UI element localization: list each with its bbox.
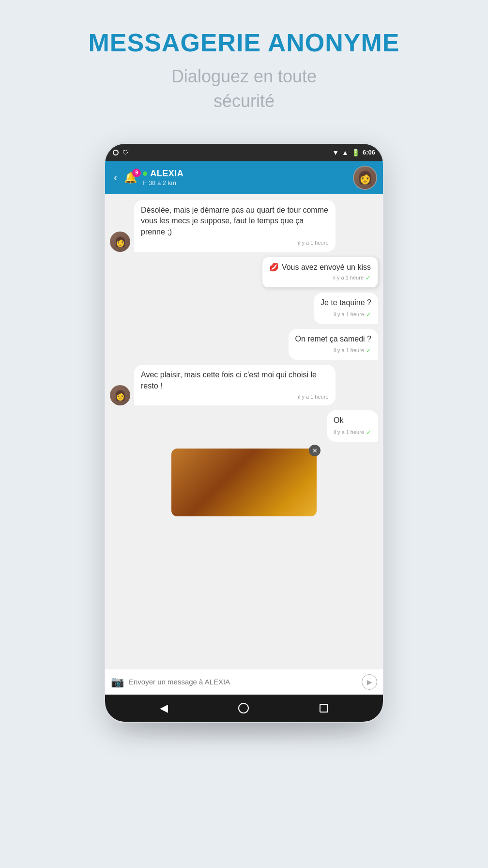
message-time: il y a 1 heure [298, 393, 329, 401]
header-username-row: ALEXIA [143, 169, 349, 179]
message-input[interactable] [129, 678, 357, 686]
message-time: il y a 1 heure [334, 311, 364, 318]
camera-button[interactable]: 📷 [111, 676, 124, 688]
kiss-row: 💋 Vous avez envoyé un kiss [269, 262, 371, 273]
msg-row: 👩 Désolée, mais je démarre pas au quart … [110, 200, 378, 252]
home-nav-button[interactable] [238, 703, 249, 713]
wifi-icon: ▼ [332, 149, 339, 156]
online-indicator [143, 171, 147, 176]
msg-row-kiss: 💋 Vous avez envoyé un kiss il y a 1 heur… [110, 257, 378, 288]
bubble-sent: Ok il y a 1 heure ✓ [327, 410, 378, 442]
message-time: il y a 1 heure [298, 239, 329, 247]
kiss-text: Vous avez envoyé un kiss [282, 262, 371, 273]
msg-row: Je te taquine ? il y a 1 heure ✓ [110, 293, 378, 324]
input-bar: 📷 ▶ [105, 669, 383, 695]
page-title: MESSAGERIE ANONYME [88, 29, 399, 57]
bubble-text: On remet ça samedi ? [295, 334, 371, 344]
chat-body: 👩 Désolée, mais je démarre pas au quart … [105, 194, 383, 669]
chat-header: ‹ 🔔 9 ALEXIA F 38 à 2 km 👩 [105, 161, 383, 194]
kiss-icon: 💋 [269, 262, 279, 273]
phone-wrapper: 🛡 ▼ ▲ 🔋 6:06 ‹ 🔔 9 ALEXIA F 38 à 2 km [104, 142, 384, 723]
check-icon: ✓ [366, 346, 371, 355]
header-username: ALEXIA [150, 169, 183, 179]
notification-badge: 9 [132, 169, 141, 177]
bubble-meta: il y a 1 heure ✓ [269, 274, 371, 282]
check-icon: ✓ [366, 310, 371, 319]
bubble-text: Ok [334, 415, 371, 426]
notification-bell-container[interactable]: 🔔 9 [124, 171, 137, 184]
bubble-meta: il y a 1 heure [141, 393, 329, 401]
bubble-meta: il y a 1 heure [141, 239, 329, 247]
message-time: il y a 1 heure [334, 429, 364, 436]
bubble-text: Avec plaisir, mais cette fois ci c'est m… [141, 370, 329, 391]
message-time: il y a 1 heure [334, 347, 364, 354]
header-avatar[interactable]: 👩 [353, 166, 377, 190]
header-user-sub: F 38 à 2 km [143, 179, 349, 186]
bubble-text: Désolée, mais je démarre pas au quart de… [141, 205, 329, 237]
status-time: 6:06 [363, 149, 375, 156]
status-icon: 🛡 [122, 149, 129, 156]
signal-icon: ▲ [342, 149, 349, 156]
status-bar: 🛡 ▼ ▲ 🔋 6:06 [105, 144, 383, 161]
img-preview-container: ✕ [171, 449, 317, 516]
status-dot [113, 150, 119, 155]
check-icon: ✓ [366, 274, 371, 282]
bubble-meta: il y a 1 heure ✓ [295, 346, 371, 355]
bubble-sent: Je te taquine ? il y a 1 heure ✓ [314, 293, 378, 324]
bubble-meta: il y a 1 heure ✓ [320, 310, 371, 319]
msg-row: On remet ça samedi ? il y a 1 heure ✓ [110, 329, 378, 360]
back-nav-button[interactable]: ◀ [160, 702, 168, 714]
bubble-received: Désolée, mais je démarre pas au quart de… [134, 200, 336, 252]
bubble-received: Avec plaisir, mais cette fois ci c'est m… [134, 365, 336, 405]
msg-row: 👩 Avec plaisir, mais cette fois ci c'est… [110, 365, 378, 405]
avatar: 👩 [110, 385, 130, 405]
back-button[interactable]: ‹ [111, 170, 120, 186]
message-time: il y a 1 heure [333, 274, 364, 281]
header-user-info: ALEXIA F 38 à 2 km [143, 169, 349, 186]
nav-bar: ◀ [105, 695, 383, 722]
img-close-button[interactable]: ✕ [309, 445, 320, 456]
phone: 🛡 ▼ ▲ 🔋 6:06 ‹ 🔔 9 ALEXIA F 38 à 2 km [104, 142, 384, 723]
battery-icon: 🔋 [351, 149, 360, 156]
bubble-meta: il y a 1 heure ✓ [334, 428, 371, 437]
avatar: 👩 [110, 232, 130, 252]
kiss-bubble: 💋 Vous avez envoyé un kiss il y a 1 heur… [262, 257, 378, 288]
page-header: MESSAGERIE ANONYME Dialoguez en toute sé… [69, 0, 419, 133]
send-button[interactable]: ▶ [362, 674, 377, 690]
bubble-text: Je te taquine ? [320, 297, 371, 308]
page-subtitle: Dialoguez en toute sécurité [88, 64, 399, 113]
check-icon: ✓ [366, 428, 371, 437]
msg-row: Ok il y a 1 heure ✓ [110, 410, 378, 442]
recents-nav-button[interactable] [320, 704, 328, 713]
img-preview [171, 449, 317, 516]
bubble-sent: On remet ça samedi ? il y a 1 heure ✓ [289, 329, 378, 360]
